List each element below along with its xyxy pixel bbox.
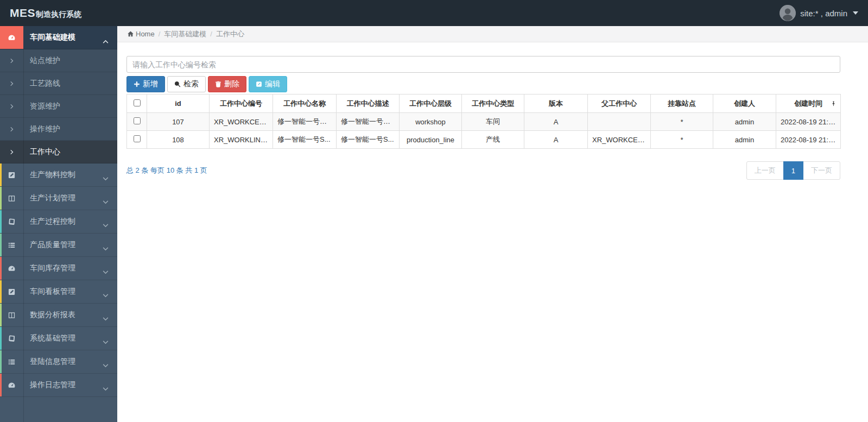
- sidebar-group-production-plan-management[interactable]: 生产计划管理: [0, 187, 117, 210]
- avatar: [780, 5, 796, 21]
- sidebar-item-operation-maintenance[interactable]: 操作维护: [0, 118, 117, 141]
- sidebar-item-label: 站点维护: [23, 56, 117, 66]
- chevron-down-icon: [103, 197, 109, 200]
- sidebar-group-label: 车间基础建模: [23, 33, 103, 42]
- page-body: 新增 检索 删除 编辑: [117, 42, 868, 180]
- column-header-create-time: 创建时间: [776, 95, 841, 113]
- row-checkbox[interactable]: [134, 135, 141, 142]
- search-icon: [174, 81, 181, 87]
- column-header-create-time-label: 创建时间: [794, 99, 822, 108]
- user-dropdown[interactable]: site:* , admin: [780, 5, 858, 21]
- cell-create-time: 2022-08-19 21:1...: [776, 113, 841, 131]
- plus-icon: [134, 81, 140, 87]
- sidebar-group-product-quality-management[interactable]: 产品质量管理: [0, 234, 117, 257]
- prev-page-button[interactable]: 上一页: [746, 161, 784, 180]
- chevron-down-icon: [103, 383, 109, 387]
- sidebar-item-resource-maintenance[interactable]: 资源维护: [0, 95, 117, 118]
- search-input[interactable]: [126, 56, 840, 73]
- cell-type: 车间: [462, 113, 524, 131]
- cell-parent: [588, 113, 651, 131]
- toolbar: 新增 检索 删除 编辑: [126, 76, 840, 92]
- sidebar-group-production-material-control[interactable]: 生产物料控制: [0, 163, 117, 187]
- cell-code: XR_WORKCEN...: [210, 113, 273, 131]
- column-header-code: 工作中心编号: [210, 95, 273, 113]
- work-center-table: id 工作中心编号 工作中心名称 工作中心描述 工作中心层级 工作中心类型 版本…: [126, 94, 841, 149]
- chevron-right-icon: [0, 81, 23, 86]
- chevron-up-icon: [103, 36, 109, 40]
- edit-button[interactable]: 编辑: [249, 76, 287, 92]
- cell-id: 107: [147, 113, 210, 131]
- header-select-all: [127, 95, 147, 113]
- logo-primary: MES: [10, 7, 35, 20]
- pagination-summary: 总 2 条 每页 10 条 共 1 页: [126, 166, 207, 175]
- edit-icon: [0, 280, 23, 303]
- column-header-level: 工作中心层级: [400, 95, 462, 113]
- add-button[interactable]: 新增: [126, 76, 165, 92]
- sidebar-group-label: 生产计划管理: [23, 193, 103, 203]
- columns-icon: [0, 304, 23, 326]
- table-row[interactable]: 107 XR_WORKCEN... 修一智能一号车间 修一智能一号车间 work…: [127, 113, 841, 131]
- column-header-id: id: [147, 95, 210, 113]
- next-page-button[interactable]: 下一页: [803, 161, 840, 180]
- chevron-right-icon: [0, 127, 23, 132]
- cell-level: production_line: [400, 131, 462, 149]
- sidebar-group-workshop-inventory-management[interactable]: 车间库存管理: [0, 257, 117, 280]
- cell-parent: XR_WORKCEN...: [588, 131, 651, 149]
- cell-id: 108: [147, 131, 210, 149]
- sidebar-group-workshop-basic-modeling[interactable]: 车间基础建模: [0, 26, 117, 49]
- sidebar-group-login-info-management[interactable]: 登陆信息管理: [0, 350, 117, 374]
- cell-version: A: [524, 113, 588, 131]
- dashboard-icon: [0, 374, 23, 396]
- sidebar-group-label: 车间库存管理: [23, 263, 103, 273]
- chevron-down-icon: [103, 337, 109, 341]
- search-button-label: 检索: [183, 79, 199, 89]
- sidebar-group-system-basic-management[interactable]: 系统基础管理: [0, 327, 117, 350]
- delete-button[interactable]: 删除: [208, 76, 246, 92]
- breadcrumb-home-link[interactable]: Home: [127, 30, 155, 38]
- book-icon: [0, 210, 23, 233]
- user-label: site:* , admin: [800, 9, 847, 18]
- breadcrumb-parent: 车间基础建模: [164, 29, 206, 39]
- cell-version: A: [524, 131, 588, 149]
- page-1-button[interactable]: 1: [783, 161, 803, 180]
- sidebar-group-label: 登陆信息管理: [23, 357, 103, 367]
- cell-code: XR_WORKLINE...: [210, 131, 273, 149]
- row-checkbox[interactable]: [134, 117, 141, 124]
- sidebar-group-operation-log-management[interactable]: 操作日志管理: [0, 374, 117, 397]
- sidebar-group-data-analysis-report[interactable]: 数据分析报表: [0, 304, 117, 327]
- select-all-checkbox[interactable]: [134, 99, 141, 106]
- chevron-down-icon: [103, 243, 109, 247]
- row-select-cell: [127, 113, 147, 131]
- sidebar-group-workshop-kanban-management[interactable]: 车间看板管理: [0, 280, 117, 304]
- chevron-down-icon: [103, 290, 109, 294]
- row-select-cell: [127, 131, 147, 149]
- sidebar-item-process-route[interactable]: 工艺路线: [0, 72, 117, 95]
- edit-icon: [0, 163, 23, 186]
- app-logo[interactable]: MES 制造执行系统: [10, 7, 81, 20]
- cell-station: *: [651, 131, 713, 149]
- columns-icon: [0, 187, 23, 210]
- search-button[interactable]: 检索: [167, 76, 206, 92]
- sidebar-item-label: 工作中心: [23, 147, 117, 157]
- sidebar-group-production-process-control[interactable]: 生产过程控制: [0, 210, 117, 234]
- sidebar-group-label: 系统基础管理: [23, 333, 103, 343]
- sidebar-item-work-center[interactable]: 工作中心: [0, 141, 117, 163]
- add-button-label: 新增: [143, 79, 158, 89]
- sidebar-group-label: 生产过程控制: [23, 217, 103, 226]
- book-icon: [0, 327, 23, 350]
- chevron-down-icon: [103, 220, 109, 224]
- cell-description: 修一智能一号车间: [337, 113, 400, 131]
- pagination-bar: 总 2 条 每页 10 条 共 1 页 上一页 1 下一页: [126, 161, 840, 180]
- logo-secondary: 制造执行系统: [36, 10, 81, 20]
- cell-creator: admin: [713, 113, 776, 131]
- caret-down-icon: [853, 11, 858, 15]
- chevron-right-icon: [0, 58, 23, 64]
- edit-button-label: 编辑: [265, 79, 280, 89]
- table-row[interactable]: 108 XR_WORKLINE... 修一智能一号S... 修一智能一号S...…: [127, 131, 841, 149]
- sidebar: 车间基础建模 站点维护 工艺路线 资源维护 操作维护: [0, 26, 117, 422]
- sidebar-item-site-maintenance[interactable]: 站点维护: [0, 49, 117, 72]
- breadcrumb-separator: /: [159, 30, 161, 38]
- pin-icon[interactable]: [831, 100, 837, 107]
- edit-icon: [256, 81, 262, 87]
- list-icon: [0, 234, 23, 256]
